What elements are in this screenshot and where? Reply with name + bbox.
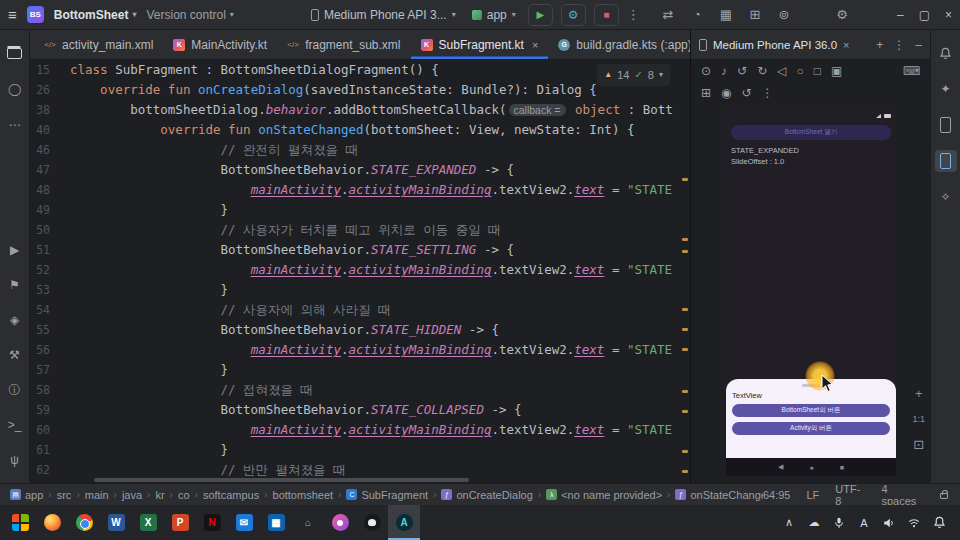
back-icon[interactable]: ◁ [777,64,786,78]
settings-icon[interactable]: ⚙ [834,7,850,23]
zoom-reset-button[interactable]: 1:1 [912,414,925,424]
code-line[interactable]: 46 // 완전히 펼쳐졌을 때 [30,140,690,160]
warning-stripe-mark[interactable] [682,328,688,331]
warning-stripe-mark[interactable] [682,238,688,241]
line-number[interactable]: 54 [30,300,70,320]
warning-stripe-mark[interactable] [682,178,688,181]
line-number[interactable]: 52 [30,260,70,280]
breadcrumb-item[interactable]: λ<no name provided> [546,489,662,501]
indent-setting[interactable]: 4 spaces [882,483,925,507]
bank-app-icon[interactable]: ⌂ [292,505,324,540]
minimize-button[interactable]: – [897,8,904,22]
panel-options-icon[interactable]: ⋮ [893,38,905,52]
code-line[interactable]: 54 // 사용자에 의해 사라질 때 [30,300,690,320]
rotate-left-icon[interactable]: ↺ [737,64,747,78]
line-number[interactable]: 26 [30,80,70,100]
commit-icon[interactable]: ◯ [4,78,26,100]
run-button[interactable]: ▶ [528,4,553,26]
code-line[interactable]: 47 BottomSheetBehavior.STATE_EXPANDED ->… [30,160,690,180]
terminal-icon[interactable]: >_ [4,414,26,436]
snapshot-icon[interactable]: ◉ [721,86,731,100]
zoom-fit-icon[interactable]: ⊡ [913,437,924,452]
caret-position[interactable]: 64:95 [763,489,791,501]
excel-icon[interactable]: X [132,505,164,540]
code-line[interactable]: 56 mainActivity.activityMainBinding.text… [30,340,690,360]
tray-expand-icon[interactable]: ∧ [782,516,796,530]
maximize-button[interactable]: ▢ [919,8,930,22]
line-number[interactable]: 61 [30,440,70,460]
line-number[interactable]: 50 [30,220,70,240]
screenshot-icon[interactable]: ▣ [831,64,842,78]
more-actions-icon[interactable]: ⋮ [627,7,640,22]
sync-icon[interactable]: ↺ [742,86,752,100]
firefox-icon[interactable] [36,505,68,540]
line-number[interactable]: 46 [30,140,70,160]
tab-mainactivity-kt[interactable]: KMainActivity.kt [163,30,277,59]
powerpoint-icon[interactable]: P [164,505,196,540]
close-button[interactable]: × [945,8,952,22]
code-line[interactable]: 26 override fun onCreateDialog(savedInst… [30,80,690,100]
nav-back-icon[interactable]: ◀ [778,463,783,471]
device-more-icon[interactable]: ⋮ [762,86,774,100]
search-icon[interactable] [805,7,821,23]
code-line[interactable]: 61 } [30,440,690,460]
device-selector[interactable]: Medium Phone API 3...▾ [307,5,460,25]
github-icon[interactable] [356,505,388,540]
code-line[interactable]: 53 } [30,280,690,300]
plugins-icon[interactable]: ⊞ [747,7,763,23]
warning-stripe-mark[interactable] [682,390,688,393]
horizontal-scrollbar[interactable] [94,478,469,482]
device-screen[interactable]: BottomSheet 열기 STATE_EXPANDED SlideOffse… [726,108,896,476]
main-menu-icon[interactable]: ≡ [8,6,17,23]
project-icon[interactable] [4,42,26,64]
ai-assistant-icon[interactable]: ✦ [935,78,957,100]
warning-stripe-mark[interactable] [682,470,688,473]
ime-language[interactable]: A [857,516,871,530]
code-line[interactable]: 50 // 사용자가 터치를 떼고 위치로 이동 중일 때 [30,220,690,240]
breadcrumb-item[interactable]: java [122,489,142,501]
tab-build-gradle-kts-app-[interactable]: Gbuild.gradle.kts (:app) [548,30,701,59]
build-button[interactable]: ⚙ [561,4,586,26]
line-number[interactable]: 57 [30,360,70,380]
code-line[interactable]: 52 mainActivity.activityMainBinding.text… [30,260,690,280]
line-number[interactable]: 51 [30,240,70,260]
line-number[interactable]: 60 [30,420,70,440]
inspections-widget[interactable]: ▲14 ✓8 ▾ [597,64,670,86]
version-control-icon[interactable]: ψ [4,449,26,471]
code-line[interactable]: 38 bottomSheetDialog.behavior.addBottomS… [30,100,690,120]
code-editor[interactable]: 15class SubFragment : BottomSheetDialogF… [30,60,690,483]
tab-subfragment-kt[interactable]: KSubFragment.kt× [411,30,549,59]
breadcrumb-item[interactable]: co [178,489,190,501]
device-mirroring-icon[interactable]: ⇄ [660,7,676,23]
structure-tool-icon[interactable]: ◈ [4,309,26,331]
breadcrumb-item[interactable]: kr [155,489,164,501]
error-stripe[interactable] [680,60,690,483]
warning-stripe-mark[interactable] [682,348,688,351]
code-line[interactable]: 49 } [30,200,690,220]
home-icon[interactable]: ○ [796,64,803,78]
breadcrumb-item[interactable]: ƒonStateChanged [675,489,762,501]
breadcrumb-item[interactable]: main [85,489,109,501]
device-manager-icon[interactable] [935,114,957,136]
line-number[interactable]: 15 [30,60,70,80]
overview-icon[interactable]: □ [814,64,821,78]
notifications-icon[interactable] [935,42,957,64]
tab-fragment-sub-xml[interactable]: </>fragment_sub.xml [277,30,410,59]
nav-overview-icon[interactable]: ■ [840,464,844,471]
breadcrumb-item[interactable]: bottomsheet [273,489,334,501]
line-number[interactable]: 58 [30,380,70,400]
profiler-icon[interactable]: ◔ [689,7,705,23]
project-selector[interactable]: BottomSheet▾ [54,8,137,22]
close-device-tab-icon[interactable]: × [843,39,849,51]
build-tool-icon[interactable]: ⚒ [4,344,26,366]
warning-stripe-mark[interactable] [682,250,688,253]
stop-button[interactable]: ■ [594,4,619,26]
warning-stripe-mark[interactable] [682,308,688,311]
netflix-icon[interactable]: N [196,505,228,540]
android-studio-icon[interactable]: A [388,505,420,540]
version-control-menu[interactable]: Version control▾ [146,8,233,22]
code-line[interactable]: 51 BottomSheetBehavior.STATE_SETTLING ->… [30,240,690,260]
problems-icon[interactable]: ⓘ [4,379,26,401]
structure-icon[interactable]: ▦ [718,7,734,23]
readonly-lock-icon[interactable] [940,493,948,499]
